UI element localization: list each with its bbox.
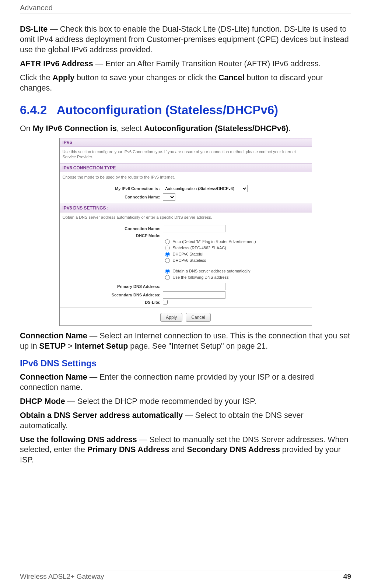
term: DHCP Mode [20, 397, 65, 406]
radio-slaac-label: Stateless (RFC-4862 SLAAC) [173, 246, 227, 250]
radio-obtain-label: Obtain a DNS server address automaticall… [173, 269, 251, 273]
config-screenshot: IPV6 Use this section to configure your … [59, 138, 312, 326]
radio-auto-label: Auto (Detect 'M' Flag in Router Advertis… [173, 239, 256, 244]
page-footer: Wireless ADSL2+ Gateway 49 [20, 570, 351, 581]
footer-page-number: 49 [343, 573, 351, 581]
panel-dns-bar: IPV6 DNS SETTINGS : [60, 204, 312, 212]
term-dslite: DS-Lite [20, 25, 48, 34]
subheading-ipv6-dns: IPv6 DNS Settings [20, 358, 351, 369]
text: and [169, 445, 187, 454]
text: > [66, 342, 75, 351]
text: , select [117, 124, 144, 133]
paragraph-conn-name-2: Connection Name — Enter the connection n… [20, 372, 351, 393]
cancel-button[interactable]: Cancel [186, 313, 210, 322]
input-secondary-dns[interactable] [163, 291, 225, 299]
radio-stateless-label: DHCPv6 Stateless [173, 258, 206, 263]
section-number: 6.4.2 [20, 103, 47, 117]
label-dslite: DS-Lite: [60, 300, 163, 304]
text: — Enter an After Family Transition Route… [93, 59, 321, 68]
paragraph-conn-name: Connection Name — Select an Internet con… [20, 331, 351, 352]
term: Use the following DNS address [20, 435, 137, 444]
text: My IPv6 Connection is [33, 124, 117, 133]
panel-ipv6-bar: IPV6 [60, 138, 312, 147]
panel-ipv6-note: Use this section to configure your IPv6 … [60, 147, 312, 164]
text: Internet Setup [75, 342, 128, 351]
text: page. See "Internet Setup" on page 21. [128, 342, 268, 351]
label-primary-dns: Primary DNS Address: [60, 284, 163, 289]
text: Click the [20, 73, 52, 82]
input-conn-name[interactable] [163, 225, 225, 232]
radio-stateful[interactable] [165, 252, 170, 257]
radio-obtain[interactable] [165, 269, 170, 274]
text: — Check this box to enable the Dual-Stac… [20, 25, 349, 54]
term-apply: Apply [52, 73, 74, 82]
radio-use-label: Use the following DNS address [173, 275, 229, 279]
panel-conn-bar: IPV6 CONNECTION TYPE [60, 163, 312, 172]
text: — Select the DHCP mode recommended by yo… [65, 397, 256, 406]
paragraph-dhcp-mode: DHCP Mode — Select the DHCP mode recomme… [20, 397, 351, 407]
paragraph-dslite: DS-Lite — Check this box to enable the D… [20, 24, 351, 55]
radio-stateful-label: DHCPv6 Stateful [173, 252, 203, 256]
label-dhcp-mode: DHCP Mode: [60, 233, 163, 238]
radio-auto[interactable] [165, 239, 170, 244]
checkbox-dslite[interactable] [163, 300, 168, 304]
radio-stateless[interactable] [165, 258, 170, 263]
text: Autoconfiguration (Stateless/DHCPv6) [144, 124, 288, 133]
select-my-conn[interactable]: Autoconfiguration (Stateless/DHCPv6) [163, 185, 248, 192]
text: On [20, 124, 33, 133]
label-secondary-dns: Secondary DNS Address: [60, 293, 163, 297]
text: button to save your changes or click the [74, 73, 218, 82]
text: Primary DNS Address [87, 445, 169, 454]
radio-slaac[interactable] [165, 246, 170, 250]
paragraph-apply: Click the Apply button to save your chan… [20, 73, 351, 94]
input-primary-dns[interactable] [163, 283, 225, 290]
paragraph-use: Use the following DNS address — Select t… [20, 435, 351, 466]
footer-product: Wireless ADSL2+ Gateway [20, 573, 104, 581]
select-conn-name-1[interactable] [163, 193, 175, 201]
text: . [288, 124, 291, 133]
section-heading: 6.4.2 Autoconfiguration (Stateless/DHCPv… [20, 103, 351, 117]
term: Connection Name [20, 331, 87, 340]
page-header: Advanced [20, 4, 351, 14]
text: Secondary DNS Address [187, 445, 280, 454]
label-conn-name-1: Connection Name: [60, 195, 163, 199]
term-cancel: Cancel [218, 73, 245, 82]
paragraph-obtain: Obtain a DNS Server address automaticall… [20, 411, 351, 431]
term-aftr: AFTR IPv6 Address [20, 59, 93, 68]
apply-button[interactable]: Apply [160, 313, 182, 322]
text: SETUP [39, 342, 66, 351]
label-conn-name-2: Connection Name: [60, 226, 163, 231]
paragraph-select: On My IPv6 Connection is, select Autocon… [20, 124, 351, 134]
section-title: Autoconfiguration (Stateless/DHCPv6) [57, 103, 278, 117]
term: Obtain a DNS Server address automaticall… [20, 411, 183, 420]
label-my-conn: My IPv6 Connection is : [60, 186, 163, 191]
panel-conn-note: Choose the mode to be used by the router… [60, 172, 312, 184]
radio-use[interactable] [165, 275, 170, 280]
panel-dns-note: Obtain a DNS server address automaticall… [60, 212, 312, 224]
paragraph-aftr: AFTR IPv6 Address — Enter an After Famil… [20, 59, 351, 69]
term: Connection Name [20, 373, 87, 381]
